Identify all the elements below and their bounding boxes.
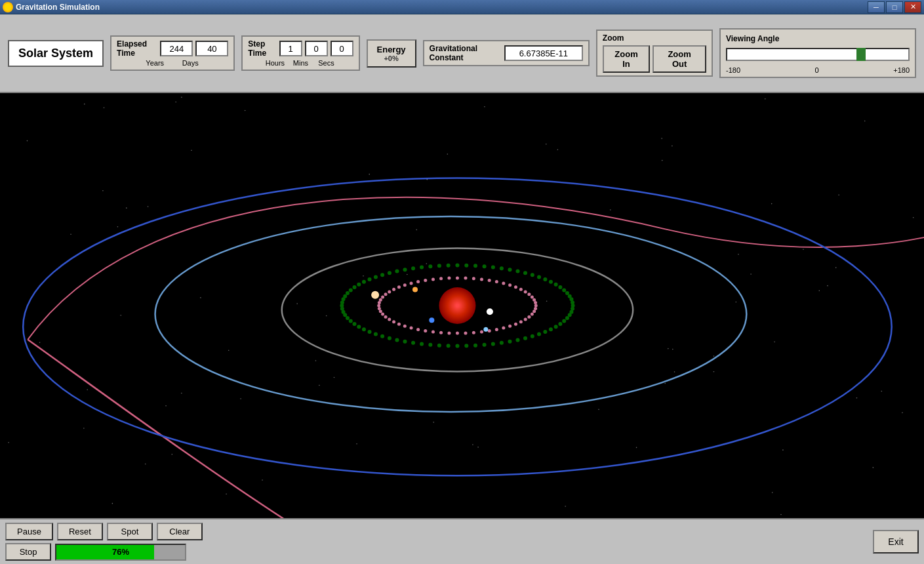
- step-secs-input[interactable]: [331, 41, 353, 56]
- hours-label: Hours: [264, 59, 287, 67]
- angle-mid-label: 0: [815, 66, 819, 74]
- spot-button[interactable]: Spot: [107, 523, 153, 540]
- energy-button[interactable]: Energy +0%: [367, 39, 416, 68]
- energy-label: Energy: [377, 45, 406, 54]
- gravitational-constant-label: Gravitational Constant: [430, 44, 500, 62]
- reset-button[interactable]: Reset: [57, 523, 103, 540]
- minimize-button[interactable]: ─: [868, 1, 885, 13]
- progress-bar-container: 76%: [55, 544, 186, 561]
- title-bar: Gravitation Simulation ─ □ ✕: [0, 0, 924, 14]
- progress-label: 76%: [56, 547, 185, 557]
- bottom-row-2: Stop 76%: [5, 543, 203, 561]
- days-label: Days: [174, 59, 207, 67]
- bottom-row-1: Pause Reset Spot Clear: [5, 523, 203, 540]
- zoom-out-button[interactable]: Zoom Out: [653, 45, 706, 73]
- zoom-group: Zoom Zoom In Zoom Out: [596, 30, 713, 77]
- orbit-canvas: [0, 93, 924, 518]
- viewing-angle-label: Viewing Angle: [726, 34, 779, 43]
- step-time-group: Step Time Hours Mins Secs: [241, 35, 359, 71]
- years-label: Years: [138, 59, 171, 67]
- step-hours-input[interactable]: [279, 41, 302, 56]
- elapsed-days-input[interactable]: [195, 41, 228, 56]
- bottom-bar: Pause Reset Spot Clear Stop 76% Exit: [0, 518, 924, 564]
- gravitational-constant-input[interactable]: [504, 45, 583, 61]
- maximize-button[interactable]: □: [886, 1, 903, 13]
- elapsed-years-input[interactable]: [160, 41, 193, 56]
- gravitational-constant-group: Gravitational Constant: [423, 40, 590, 66]
- app-title-bar: Gravitation Simulation: [16, 3, 100, 12]
- energy-sub-label: +0%: [384, 54, 398, 62]
- step-mins-input[interactable]: [305, 41, 328, 56]
- stop-button[interactable]: Stop: [5, 543, 51, 561]
- title-bar-left: Gravitation Simulation: [3, 2, 100, 12]
- exit-button[interactable]: Exit: [873, 530, 919, 554]
- angle-min-label: -180: [726, 66, 740, 74]
- app-icon: [3, 2, 13, 12]
- viewing-angle-group: Viewing Angle -180 0 +180: [719, 28, 916, 78]
- elapsed-time-label: Elapsed Time: [117, 39, 157, 58]
- simulation-title: Solar System: [8, 40, 104, 67]
- mins-label: Mins: [289, 59, 312, 67]
- toolbar: Solar System Elapsed Time Years Days Ste…: [0, 14, 924, 93]
- bottom-controls-left: Pause Reset Spot Clear Stop 76%: [5, 523, 203, 561]
- simulation-area: [0, 93, 924, 518]
- secs-label: Secs: [315, 59, 338, 67]
- clear-button[interactable]: Clear: [157, 523, 203, 540]
- pause-button[interactable]: Pause: [5, 523, 53, 540]
- angle-max-label: +180: [893, 66, 910, 74]
- elapsed-time-group: Elapsed Time Years Days: [110, 35, 235, 71]
- viewing-angle-slider[interactable]: [726, 48, 910, 61]
- zoom-in-button[interactable]: Zoom In: [603, 45, 650, 73]
- title-bar-buttons[interactable]: ─ □ ✕: [868, 1, 921, 13]
- zoom-label: Zoom: [603, 33, 624, 43]
- close-button[interactable]: ✕: [904, 1, 921, 13]
- step-time-label: Step Time: [248, 39, 276, 58]
